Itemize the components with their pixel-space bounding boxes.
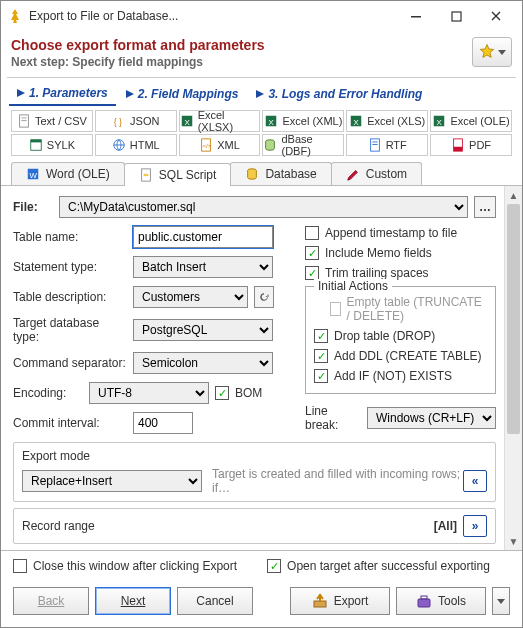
format-html[interactable]: HTML <box>95 134 177 156</box>
svg-point-28 <box>143 174 148 177</box>
pdf-icon <box>451 138 465 152</box>
titlebar: Export to File or Database... <box>1 1 522 31</box>
bom-checkbox[interactable]: ✓ <box>215 386 229 400</box>
add-ddl-checkbox[interactable]: ✓ <box>314 349 328 363</box>
table-name-input[interactable] <box>133 226 273 248</box>
wizard-step-tabs: 1. Parameters 2. Field Mappings 3. Logs … <box>1 78 522 106</box>
trim-checkbox[interactable]: ✓ <box>305 266 319 280</box>
excel-icon: X <box>432 114 446 128</box>
add-ddl-label: Add DDL (CREATE TABLE) <box>334 349 482 363</box>
excel-icon: X <box>180 114 194 128</box>
tab-parameters[interactable]: 1. Parameters <box>9 82 116 106</box>
tab-logs[interactable]: 3. Logs and Error Handling <box>248 82 430 106</box>
subtab-custom[interactable]: Custom <box>331 162 422 185</box>
table-desc-refresh-button[interactable] <box>254 286 274 308</box>
empty-table-checkbox <box>330 302 341 316</box>
export-button[interactable]: Export <box>290 587 390 615</box>
initial-actions-group: Initial Actions Empty table (TRUNCATE / … <box>305 286 496 394</box>
export-mode-legend: Export mode <box>22 449 487 463</box>
format-json[interactable]: { }JSON <box>95 110 177 132</box>
header-subtitle: Next step: Specify field mappings <box>11 55 472 69</box>
format-sylk[interactable]: SYLK <box>11 134 93 156</box>
svg-text:</>: </> <box>203 142 212 149</box>
button-row: Back Next Cancel Export Tools <box>1 581 522 627</box>
dbf-icon <box>263 138 277 152</box>
close-after-export-checkbox[interactable] <box>13 559 27 573</box>
scroll-track[interactable] <box>505 204 522 532</box>
refresh-icon <box>258 291 270 303</box>
scroll-thumb[interactable] <box>507 204 520 434</box>
export-mode-collapse-button[interactable]: « <box>463 470 487 492</box>
close-button[interactable] <box>476 2 516 30</box>
format-pdf[interactable]: PDF <box>430 134 512 156</box>
next-button[interactable]: Next <box>95 587 171 615</box>
format-xls[interactable]: XExcel (XLS) <box>346 110 428 132</box>
tools-dropdown-button[interactable] <box>492 587 510 615</box>
drop-table-checkbox[interactable]: ✓ <box>314 329 328 343</box>
excel-icon: X <box>264 114 278 128</box>
cmd-sep-label: Command separator: <box>13 356 127 370</box>
encoding-select[interactable]: UTF-8 <box>89 382 209 404</box>
tab-field-mappings[interactable]: 2. Field Mappings <box>118 82 247 106</box>
excel-icon: X <box>349 114 363 128</box>
open-target-label: Open target after successful exporting <box>287 559 490 573</box>
subtab-database[interactable]: Database <box>230 162 331 185</box>
cancel-button[interactable]: Cancel <box>177 587 253 615</box>
footer-options: Close this window after clicking Export … <box>1 551 522 581</box>
doc-icon <box>17 114 31 128</box>
include-memo-label: Include Memo fields <box>325 246 432 260</box>
dropdown-icon <box>497 599 505 604</box>
star-icon <box>478 43 496 61</box>
bom-label: BOM <box>235 386 262 400</box>
format-text-csv[interactable]: Text / CSV <box>11 110 93 132</box>
commit-interval-input[interactable] <box>133 412 193 434</box>
format-xml[interactable]: </>XML <box>179 134 261 156</box>
scroll-up-icon[interactable]: ▲ <box>505 186 522 204</box>
statement-type-select[interactable]: Batch Insert <box>133 256 273 278</box>
if-not-exists-checkbox[interactable]: ✓ <box>314 369 328 383</box>
database-icon <box>245 167 259 181</box>
file-browse-button[interactable]: … <box>474 196 496 218</box>
svg-rect-22 <box>372 144 377 145</box>
if-not-exists-label: Add IF (NOT) EXISTS <box>334 369 452 383</box>
svg-rect-24 <box>454 147 463 151</box>
record-range-expand-button[interactable]: » <box>463 515 487 537</box>
format-excel-xml[interactable]: XExcel (XML) <box>262 110 344 132</box>
open-target-checkbox[interactable]: ✓ <box>267 559 281 573</box>
format-grid: Text / CSV { }JSON XExcel (XLSX) XExcel … <box>1 106 522 160</box>
table-desc-label: Table description: <box>13 290 127 304</box>
maximize-button[interactable] <box>436 2 476 30</box>
tools-button[interactable]: Tools <box>396 587 486 615</box>
format-dbf[interactable]: dBase (DBF) <box>262 134 344 156</box>
svg-rect-3 <box>21 118 26 119</box>
format-xlsx[interactable]: XExcel (XLSX) <box>179 110 261 132</box>
target-db-select[interactable]: PostgreSQL <box>133 319 273 341</box>
arrow-icon <box>256 90 264 98</box>
append-ts-checkbox[interactable] <box>305 226 319 240</box>
format-excel-ole[interactable]: XExcel (OLE) <box>430 110 512 132</box>
line-break-select[interactable]: Windows (CR+LF) <box>367 407 496 429</box>
include-memo-checkbox[interactable]: ✓ <box>305 246 319 260</box>
record-range-value: [All] <box>434 519 457 533</box>
arrow-icon <box>126 90 134 98</box>
word-icon: W <box>26 167 40 181</box>
form-body: File: C:\MyData\customer.sql … Table nam… <box>1 186 522 550</box>
svg-rect-0 <box>411 16 421 18</box>
minimize-button[interactable] <box>396 2 436 30</box>
svg-rect-15 <box>31 140 42 143</box>
file-combobox[interactable]: C:\MyData\customer.sql <box>59 196 468 218</box>
cmd-sep-select[interactable]: Semicolon <box>133 352 273 374</box>
favorites-button[interactable] <box>472 37 512 67</box>
scroll-down-icon[interactable]: ▼ <box>505 532 522 550</box>
sql-icon <box>139 168 153 182</box>
svg-text:X: X <box>269 118 275 127</box>
export-mode-hint: Target is created and filled with incomi… <box>212 467 463 495</box>
append-ts-label: Append timestamp to file <box>325 226 457 240</box>
export-mode-select[interactable]: Replace+Insert <box>22 470 202 492</box>
vertical-scrollbar[interactable]: ▲ ▼ <box>504 186 522 550</box>
table-desc-select[interactable]: Customers <box>133 286 248 308</box>
subtab-sql-script[interactable]: SQL Script <box>124 163 232 186</box>
subtab-word-ole[interactable]: WWord (OLE) <box>11 162 125 185</box>
line-break-label: Line break: <box>305 404 361 432</box>
format-rtf[interactable]: RTF <box>346 134 428 156</box>
